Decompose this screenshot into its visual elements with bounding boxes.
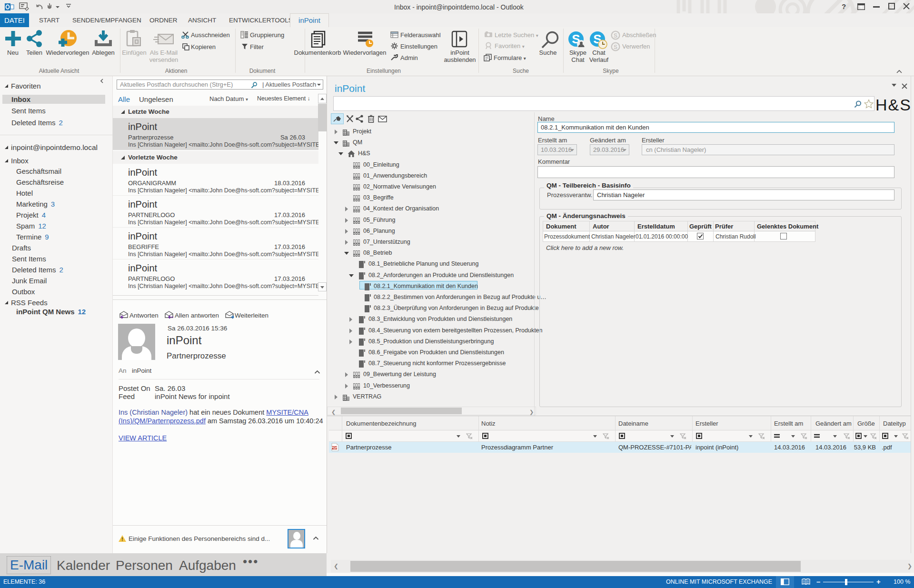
svg-text:S: S: [614, 44, 617, 50]
svg-text:PDF: PDF: [331, 446, 338, 449]
svg-text:S: S: [614, 32, 617, 39]
